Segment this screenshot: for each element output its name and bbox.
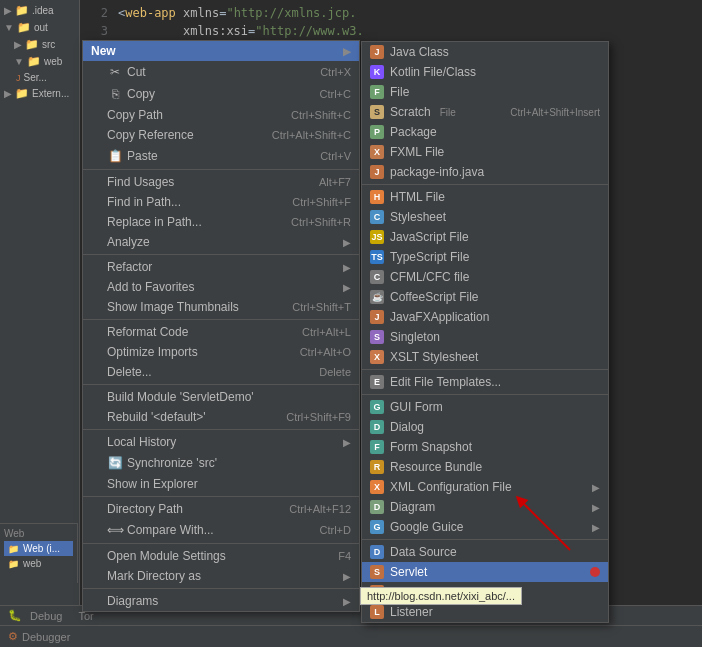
menu-item-find-usages[interactable]: Find Usages Alt+F7 [83,172,359,192]
sub-package[interactable]: P Package [362,122,608,142]
sub-stylesheet[interactable]: C Stylesheet [362,207,608,227]
tree-item-out[interactable]: ▼ 📁 out [0,19,79,36]
directory-path-label: Directory Path [107,502,183,516]
copy-icon: ⎘ [107,86,123,102]
sub-form-snapshot[interactable]: F Form Snapshot [362,437,608,457]
sub-sep-1 [362,184,608,185]
menu-item-replace-in-path[interactable]: Replace in Path... Ctrl+Shift+R [83,212,359,232]
optimize-shortcut: Ctrl+Alt+O [300,346,351,358]
menu-item-open-module[interactable]: Open Module Settings F4 [83,546,359,566]
sub-file[interactable]: F File [362,82,608,102]
menu-item-cut[interactable]: ✂ Cut Ctrl+X [83,61,359,83]
scratch-icon: S [370,105,384,119]
copy-reference-label: Copy Reference [107,128,194,142]
web-panel-label: Web [4,528,73,541]
menu-item-reformat[interactable]: Reformat Code Ctrl+Alt+L [83,322,359,342]
diagram-label: Diagram [390,500,435,514]
sub-java-class[interactable]: J Java Class [362,42,608,62]
menu-item-analyze[interactable]: Analyze ▶ [83,232,359,252]
menu-item-mark-directory[interactable]: Mark Directory as ▶ [83,566,359,586]
sub-typescript[interactable]: TS TypeScript File [362,247,608,267]
web-item-2[interactable]: 📁 web [4,556,73,571]
paste-shortcut: Ctrl+V [320,150,351,162]
menu-item-find-in-path[interactable]: Find in Path... Ctrl+Shift+F [83,192,359,212]
reformat-label: Reformat Code [107,325,188,339]
web-item-1[interactable]: 📁 Web (i... [4,541,73,556]
menu-item-refactor[interactable]: Refactor ▶ [83,257,359,277]
data-source-label: Data Source [390,545,457,559]
menu-item-directory-path[interactable]: Directory Path Ctrl+Alt+F12 [83,499,359,519]
edit-templates-icon: E [370,375,384,389]
resource-bundle-label: Resource Bundle [390,460,482,474]
tree-item-idea[interactable]: ▶ 📁 .idea [0,2,79,19]
svg-line-0 [520,500,570,550]
copy-path-shortcut: Ctrl+Shift+C [291,109,351,121]
menu-item-show-thumbnails[interactable]: Show Image Thumbnails Ctrl+Shift+T [83,297,359,317]
debug-label: Debug [30,610,62,622]
menu-item-optimize[interactable]: Optimize Imports Ctrl+Alt+O [83,342,359,362]
menu-item-synchronize[interactable]: 🔄 Synchronize 'src' [83,452,359,474]
sub-coffeescript[interactable]: ☕ CoffeeScript File [362,287,608,307]
local-history-arrow: ▶ [343,437,351,448]
tree-item-extern[interactable]: ▶ 📁 Extern... [0,85,79,102]
mark-directory-arrow: ▶ [343,571,351,582]
tree-item-ser[interactable]: J Ser... [0,70,79,85]
menu-item-copy[interactable]: ⎘ Copy Ctrl+C [83,83,359,105]
directory-path-shortcut: Ctrl+Alt+F12 [289,503,351,515]
menu-item-new[interactable]: New ▶ [83,41,359,61]
menu-item-paste[interactable]: 📋 Paste Ctrl+V [83,145,359,167]
sub-cfml[interactable]: C CFML/CFC file [362,267,608,287]
tree-item-src[interactable]: ▶ 📁 src [0,36,79,53]
package-info-label: package-info.java [390,165,484,179]
sub-javafx[interactable]: J JavaFXApplication [362,307,608,327]
compare-label: Compare With... [127,523,214,537]
sub-servlet[interactable]: S Servlet [362,562,608,582]
guice-icon: G [370,520,384,534]
sync-icon: 🔄 [107,455,123,471]
sub-package-info[interactable]: J package-info.java [362,162,608,182]
sub-singleton[interactable]: S Singleton [362,327,608,347]
sub-edit-templates[interactable]: E Edit File Templates... [362,372,608,392]
cfml-label: CFML/CFC file [390,270,469,284]
cut-label: Cut [127,65,146,79]
menu-item-diagrams[interactable]: Diagrams ▶ [83,591,359,611]
bottom-bar: ⚙ Debugger [0,625,702,647]
sub-listener[interactable]: L Listener [362,602,608,622]
new-label: New [91,44,116,58]
sub-gui-form[interactable]: G GUI Form [362,397,608,417]
sub-javascript[interactable]: JS JavaScript File [362,227,608,247]
package-label: Package [390,125,437,139]
sub-dialog[interactable]: D Dialog [362,417,608,437]
javafx-icon: J [370,310,384,324]
sub-kotlin[interactable]: K Kotlin File/Class [362,62,608,82]
sub-fxml[interactable]: X FXML File [362,142,608,162]
separator-7 [83,543,359,544]
optimize-label: Optimize Imports [107,345,198,359]
javascript-label: JavaScript File [390,230,469,244]
menu-item-copy-reference[interactable]: Copy Reference Ctrl+Alt+Shift+C [83,125,359,145]
menu-item-add-favorites[interactable]: Add to Favorites ▶ [83,277,359,297]
menu-item-build-module[interactable]: Build Module 'ServletDemo' [83,387,359,407]
sub-html[interactable]: H HTML File [362,187,608,207]
sub-xslt[interactable]: X XSLT Stylesheet [362,347,608,367]
menu-item-compare[interactable]: ⟺ Compare With... Ctrl+D [83,519,359,541]
menu-item-local-history[interactable]: Local History ▶ [83,432,359,452]
scratch-shortcut: Ctrl+Alt+Shift+Insert [510,107,600,118]
menu-item-rebuild[interactable]: Rebuild '<default>' Ctrl+Shift+F9 [83,407,359,427]
javafx-label: JavaFXApplication [390,310,489,324]
gui-icon: G [370,400,384,414]
html-label: HTML File [390,190,445,204]
delete-label: Delete... [107,365,152,379]
build-module-label: Build Module 'ServletDemo' [107,390,254,404]
sub-scratch[interactable]: S Scratch File Ctrl+Alt+Shift+Insert [362,102,608,122]
sub-resource-bundle[interactable]: R Resource Bundle [362,457,608,477]
java-class-icon: J [370,45,384,59]
copy-label: Copy [127,87,155,101]
menu-item-delete[interactable]: Delete... Delete [83,362,359,382]
context-menu: New ▶ ✂ Cut Ctrl+X ⎘ Copy Ctrl+C Copy Pa… [82,40,360,612]
menu-item-show-explorer[interactable]: Show in Explorer [83,474,359,494]
bug-icon: 🐛 [8,609,22,622]
menu-item-copy-path[interactable]: Copy Path Ctrl+Shift+C [83,105,359,125]
ide-background: 2 <web-app xmlns="http://xmlns.jcp. 3 xm… [0,0,702,647]
tree-item-web[interactable]: ▼ 📁 web [0,53,79,70]
